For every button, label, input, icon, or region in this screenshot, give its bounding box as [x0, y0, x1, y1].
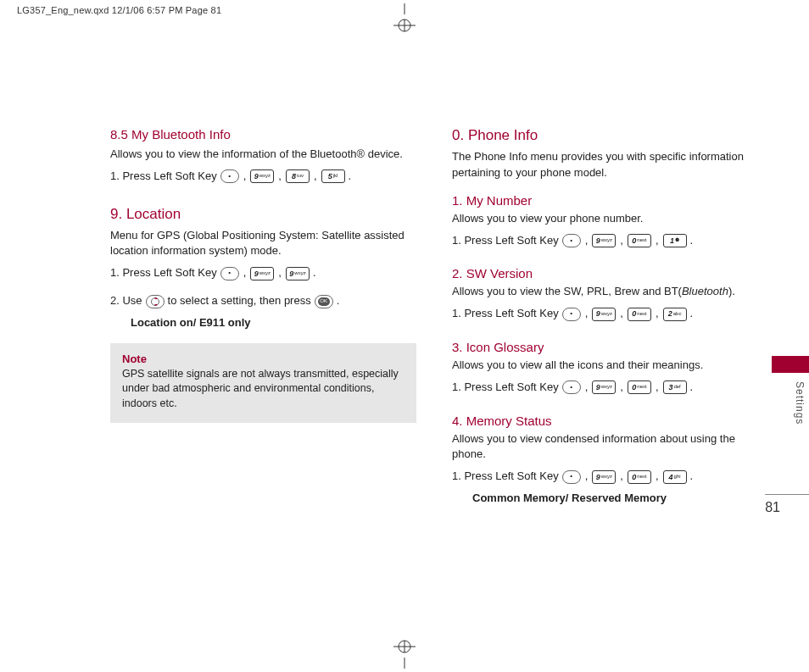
- desc-3: Allows you to view all the icons and the…: [452, 358, 758, 374]
- side-red-block: [772, 356, 809, 373]
- heading-4: 4. Memory Status: [452, 414, 758, 428]
- left-soft-key-icon: •: [562, 380, 581, 394]
- key-4: 4ghi: [663, 470, 687, 484]
- left-soft-key-icon: •: [220, 267, 239, 280]
- heading-1: 1. My Number: [452, 193, 758, 208]
- left-soft-key-icon: •: [562, 234, 581, 247]
- desc-0: The Phone Info menu provides you with sp…: [452, 149, 758, 181]
- key-0: 0next: [628, 234, 651, 247]
- note-box: Note GPS satellite signals are not alway…: [110, 343, 416, 424]
- page-number: 81: [765, 500, 780, 515]
- key-8: 8tuv: [286, 169, 310, 183]
- step-8-5-1: 1. Press Left Soft Key •, 9wxyz, 8tuv, 5…: [110, 168, 351, 186]
- desc-9: Menu for GPS (Global Positioning System:…: [110, 228, 416, 260]
- step-text: 1. Press Left Soft Key: [452, 379, 559, 397]
- crop-mark-bottom: [390, 640, 419, 669]
- print-header: LG357_Eng_new.qxd 12/1/06 6:57 PM Page 8…: [17, 5, 221, 15]
- side-label: Settings: [794, 381, 806, 425]
- left-soft-key-icon: •: [220, 169, 239, 183]
- step-text: 1. Press Left Soft Key: [110, 264, 217, 282]
- key-3: 3def: [663, 380, 687, 394]
- step-text: 2. Use: [110, 292, 142, 310]
- heading-0: 0. Phone Info: [452, 127, 758, 144]
- key-9: 9wxyz: [592, 308, 616, 321]
- step-1-1: 1. Press Left Soft Key •, 9wxyz, 0next, …: [452, 232, 693, 250]
- key-9: 9wxyz: [592, 470, 616, 484]
- ok-key-icon: OK: [315, 295, 333, 308]
- step-9-2: 2. Use to select a setting, then press O…: [110, 292, 339, 310]
- desc-2: Allows you to view the SW, PRL, Brew and…: [452, 284, 758, 300]
- note-text: GPS satellite signals are not always tra…: [122, 367, 404, 412]
- right-column: 0. Phone Info The Phone Info menu provid…: [452, 127, 758, 507]
- heading-3: 3. Icon Glossary: [452, 340, 758, 354]
- side-tab: Settings: [772, 356, 809, 425]
- key-0: 0next: [628, 470, 651, 484]
- key-9: 9wxyz: [286, 267, 310, 280]
- heading-9: 9. Location: [110, 206, 416, 223]
- option-memory: Common Memory/ Reserved Memory: [472, 491, 758, 507]
- heading-2: 2. SW Version: [452, 266, 758, 280]
- heading-8-5: 8.5 My Bluetooth Info: [110, 127, 416, 142]
- key-9: 9wxyz: [592, 380, 616, 394]
- key-2: 2abc: [663, 308, 687, 321]
- left-soft-key-icon: •: [562, 470, 581, 484]
- step-4-1: 1. Press Left Soft Key •, 9wxyz, 0next, …: [452, 468, 693, 486]
- step-text: 1. Press Left Soft Key: [452, 232, 559, 250]
- key-0: 0next: [628, 308, 651, 321]
- note-label: Note: [122, 352, 404, 367]
- key-1: 1⚈: [663, 234, 687, 247]
- key-5: 5jkl: [321, 169, 345, 183]
- step-2-1: 1. Press Left Soft Key •, 9wxyz, 0next, …: [452, 305, 693, 323]
- option-location: Location on/ E911 only: [131, 315, 416, 331]
- step-text: 1. Press Left Soft Key: [452, 305, 559, 323]
- key-0: 0next: [628, 380, 651, 394]
- step-9-1: 1. Press Left Soft Key •, 9wxyz, 9wxyz.: [110, 264, 316, 282]
- key-9: 9wxyz: [250, 169, 274, 183]
- step-text: to select a setting, then press: [168, 292, 311, 310]
- page-number-rule: [765, 494, 809, 495]
- step-text: 1. Press Left Soft Key: [452, 468, 559, 486]
- key-9: 9wxyz: [592, 234, 616, 247]
- nav-key-icon: [146, 295, 165, 308]
- desc-8-5: Allows you to view the information of th…: [110, 147, 416, 163]
- step-3-1: 1. Press Left Soft Key •, 9wxyz, 0next, …: [452, 379, 693, 397]
- crop-mark-top: [390, 3, 419, 32]
- step-text: 1. Press Left Soft Key: [110, 168, 217, 186]
- left-column: 8.5 My Bluetooth Info Allows you to view…: [110, 127, 416, 507]
- page-body: 8.5 My Bluetooth Info Allows you to view…: [110, 127, 758, 638]
- desc-1: Allows you to view your phone number.: [452, 211, 758, 227]
- left-soft-key-icon: •: [562, 308, 581, 321]
- key-9: 9wxyz: [250, 267, 274, 280]
- desc-4: Allows you to view condensed information…: [452, 431, 758, 464]
